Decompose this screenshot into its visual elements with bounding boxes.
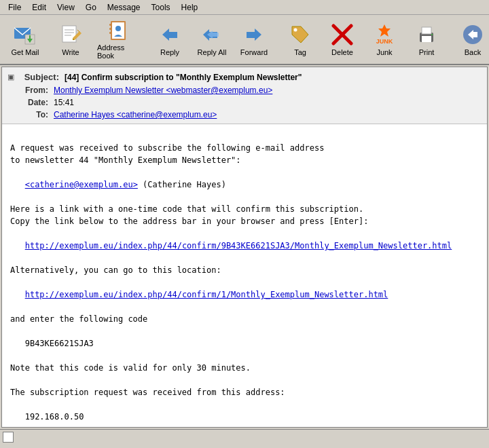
from-label: From: xyxy=(7,86,48,95)
print-label: Print xyxy=(419,48,435,56)
confirmation-code: 9B43KE6621SJA3 xyxy=(25,339,94,348)
to-label: To: xyxy=(7,110,48,119)
back-label: Back xyxy=(465,48,481,56)
junk-label: Junk xyxy=(376,48,392,56)
tag-label: Tag xyxy=(294,48,306,56)
svg-rect-15 xyxy=(109,32,112,34)
date-row: Date: 15:41 xyxy=(7,96,482,109)
menu-help[interactable]: Help xyxy=(176,1,204,14)
body-text-2: (Catherine Hayes) Here is a link with a … xyxy=(10,180,368,250)
email-address-link[interactable]: <catherine@exemplum.eu> xyxy=(25,180,138,189)
svg-line-10 xyxy=(77,30,79,32)
menu-go[interactable]: Go xyxy=(80,1,102,14)
statusbar xyxy=(0,429,489,444)
get-mail-label: Get Mail xyxy=(12,48,39,56)
email-header: ▣ Subject: [44] Confirm subscription to … xyxy=(2,67,487,124)
svg-rect-14 xyxy=(109,28,112,30)
reply-all-button[interactable]: Reply All xyxy=(192,17,232,62)
menu-tools[interactable]: Tools xyxy=(146,1,176,14)
to-row: To: Catherine Hayes <catherine@exemplum.… xyxy=(7,109,482,121)
svg-rect-13 xyxy=(109,24,112,26)
svg-point-16 xyxy=(115,26,121,31)
svg-marker-20 xyxy=(247,29,261,41)
to-value[interactable]: Catherine Hayes <catherine@exemplum.eu> xyxy=(54,110,217,119)
subject-value: [44] Confirm subscription to "Monthly Ex… xyxy=(65,73,302,82)
from-value[interactable]: Monthly Exemplum Newsletter <webmaster@e… xyxy=(54,86,272,95)
delete-label: Delete xyxy=(331,48,353,56)
write-label: Write xyxy=(62,48,79,56)
address-book-label: Address Book xyxy=(97,43,139,60)
write-button[interactable]: Write xyxy=(50,17,91,62)
reply-label: Reply xyxy=(160,48,179,56)
toolbar: Get Mail Write xyxy=(0,15,489,65)
forward-label: Forward xyxy=(240,48,268,56)
print-button[interactable]: Print xyxy=(406,17,447,62)
confirm-link-2[interactable]: http://exemplum.eu/index.php/44/confirm/… xyxy=(25,290,388,299)
status-icon xyxy=(3,432,14,443)
date-label: Date: xyxy=(7,98,48,107)
svg-marker-24 xyxy=(378,24,391,37)
reply-button[interactable]: Reply xyxy=(149,17,190,62)
forward-button[interactable]: Forward xyxy=(234,17,274,62)
svg-rect-29 xyxy=(431,34,433,35)
svg-marker-17 xyxy=(162,29,177,41)
menubar: File Edit View Go Message Tools Help xyxy=(0,0,489,15)
envelope-icon: ▣ xyxy=(7,73,14,81)
junk-button[interactable]: JUNK Junk xyxy=(364,17,405,62)
menu-message[interactable]: Message xyxy=(102,1,146,14)
subject-row: ▣ Subject: [44] Confirm subscription to … xyxy=(7,70,482,84)
menu-edit[interactable]: Edit xyxy=(26,1,52,14)
from-row: From: Monthly Exemplum Newsletter <webma… xyxy=(7,84,482,96)
svg-rect-28 xyxy=(422,27,431,34)
svg-rect-32 xyxy=(473,32,477,37)
back-button[interactable]: Back xyxy=(452,17,489,62)
confirm-link-1[interactable]: http://exemplum.eu/index.php/44/confirm/… xyxy=(25,241,452,250)
date-value: 15:41 xyxy=(54,98,74,107)
delete-button[interactable]: Delete xyxy=(322,17,363,62)
menu-file[interactable]: File xyxy=(3,1,26,14)
reply-all-label: Reply All xyxy=(198,48,227,56)
menu-view[interactable]: View xyxy=(52,1,80,14)
ip-address: 192.168.0.50 xyxy=(25,412,84,422)
tag-button[interactable]: Tag xyxy=(280,17,321,62)
address-book-button[interactable]: Address Book xyxy=(92,17,144,62)
email-body: A request was received to subscribe the … xyxy=(2,124,487,427)
svg-rect-27 xyxy=(422,36,431,42)
subject-label: Subject: xyxy=(18,72,59,82)
svg-text:JUNK: JUNK xyxy=(376,38,393,45)
get-mail-button[interactable]: Get Mail xyxy=(1,17,49,62)
svg-point-21 xyxy=(294,29,297,32)
email-container: ▣ Subject: [44] Confirm subscription to … xyxy=(1,67,488,428)
